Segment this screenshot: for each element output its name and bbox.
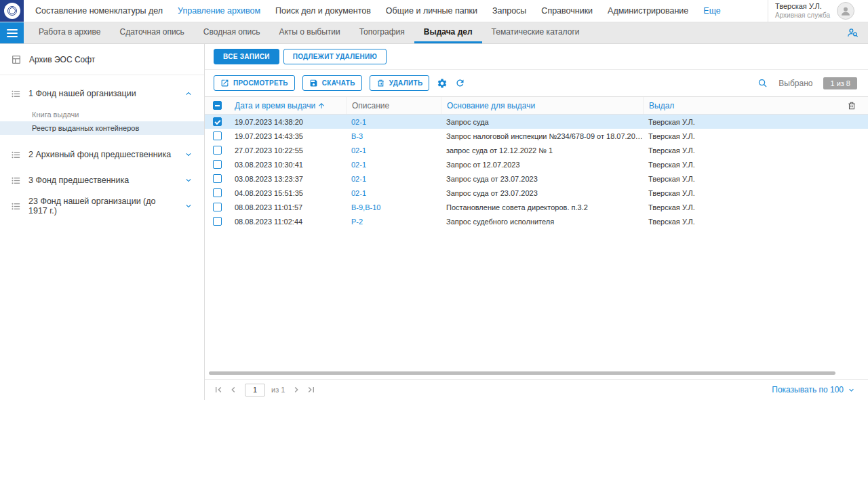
cell-description[interactable]: В-9,В-10 xyxy=(346,203,441,211)
cell-description[interactable]: 02-1 xyxy=(346,175,441,183)
row-checkbox[interactable] xyxy=(213,131,222,140)
sidebar-root-archive[interactable]: Архив ЭОС Софт xyxy=(0,44,204,75)
save-icon xyxy=(309,79,318,87)
cell-date: 19.07.2023 14:38:20 xyxy=(229,118,346,126)
cell-issued-by: Тверская У.Л. xyxy=(643,146,835,155)
column-header-reason-label: Основание для выдачи xyxy=(447,101,535,110)
cell-date: 08.08.2023 11:02:44 xyxy=(229,218,346,226)
top-nav-item-directories[interactable]: Справочники xyxy=(534,0,600,22)
top-nav-item-folders[interactable]: Общие и личные папки xyxy=(378,0,485,22)
last-page-button[interactable] xyxy=(304,384,318,395)
cell-description[interactable]: 02-1 xyxy=(346,189,441,197)
top-nav-item-administration[interactable]: Администрирование xyxy=(600,0,696,22)
person-icon xyxy=(840,5,852,17)
column-header-date[interactable]: Дата и время выдачи xyxy=(229,97,346,114)
row-checkbox[interactable] xyxy=(213,117,222,126)
delete-selected-button[interactable] xyxy=(847,101,856,110)
tree-node-fund-3[interactable]: 3 Фонд предшественника xyxy=(0,167,204,193)
tree-node-fund-23[interactable]: 23 Фонд нашей организации (до 1917 г.) xyxy=(0,193,204,219)
horizontal-scrollbar xyxy=(205,371,868,379)
selected-label: Выбрано xyxy=(778,79,812,88)
page-size-selector[interactable]: Показывать по 100 xyxy=(772,385,856,394)
list-icon xyxy=(11,201,21,211)
user-search-button[interactable] xyxy=(847,22,868,43)
select-all-checkbox[interactable] xyxy=(213,101,222,110)
column-header-issued-by-label: Выдал xyxy=(649,101,674,110)
row-checkbox[interactable] xyxy=(213,146,222,155)
cell-date: 27.07.2023 10:22:55 xyxy=(229,146,346,155)
tree-child-issue-book[interactable]: Книга выдачи xyxy=(0,108,204,121)
table-row[interactable]: 03.08.2023 10:30:41 02-1 Запрос от 12.07… xyxy=(205,157,868,171)
app-window: Составление номенклатуры дел Управление … xyxy=(0,0,868,400)
row-checkbox[interactable] xyxy=(213,174,222,183)
view-tabs: ВСЕ ЗАПИСИ ПОДЛЕЖИТ УДАЛЕНИЮ xyxy=(205,44,868,70)
tab-archive-work[interactable]: Работа в архиве xyxy=(29,22,110,43)
table-row[interactable]: 19.07.2023 14:38:20 02-1 Запрос суда Тве… xyxy=(205,115,868,129)
cell-description[interactable]: 02-1 xyxy=(346,146,441,155)
row-checkbox[interactable] xyxy=(213,217,222,226)
view-tab-all-records[interactable]: ВСЕ ЗАПИСИ xyxy=(214,49,279,64)
table-row[interactable]: 08.08.2023 11:02:44 Р-2 Запрос судебного… xyxy=(205,214,868,228)
refresh-icon xyxy=(455,78,465,88)
tab-case-issue[interactable]: Выдача дел xyxy=(414,22,482,43)
chevron-down-icon[interactable] xyxy=(184,201,193,211)
row-checkbox-cell xyxy=(205,160,229,169)
app-logo[interactable] xyxy=(0,0,24,22)
column-header-reason[interactable]: Основание для выдачи xyxy=(441,97,643,114)
menu-hamburger-icon[interactable] xyxy=(0,22,24,43)
table-row[interactable]: 27.07.2023 10:22:55 02-1 запрос суда от … xyxy=(205,143,868,157)
user-avatar[interactable] xyxy=(837,2,854,20)
settings-button[interactable] xyxy=(437,78,448,89)
row-checkbox[interactable] xyxy=(213,188,222,197)
next-page-button[interactable] xyxy=(290,384,303,395)
top-nav-item-archive-management[interactable]: Управление архивом xyxy=(170,0,268,22)
table-row[interactable]: 04.08.2023 15:51:35 02-1 Запрос суда от … xyxy=(205,186,868,200)
main-content: ВСЕ ЗАПИСИ ПОДЛЕЖИТ УДАЛЕНИЮ ПРОСМОТРЕТЬ… xyxy=(205,44,868,400)
top-nav-item-requests[interactable]: Запросы xyxy=(485,0,534,22)
user-block[interactable]: Тверская У.Л. Архивная служба xyxy=(768,0,868,22)
previous-page-button[interactable] xyxy=(226,384,240,395)
download-button[interactable]: СКАЧАТЬ xyxy=(302,75,362,91)
cell-issued-by: Тверская У.Л. xyxy=(643,203,835,211)
row-checkbox[interactable] xyxy=(213,203,222,211)
chevron-down-icon[interactable] xyxy=(184,150,193,159)
table-row[interactable]: 03.08.2023 13:23:37 02-1 Запрос суда от … xyxy=(205,171,868,186)
refresh-button[interactable] xyxy=(455,78,465,88)
tab-thematic-catalogs[interactable]: Тематические каталоги xyxy=(482,22,589,43)
tab-transfer-inventory[interactable]: Сдаточная опись xyxy=(110,22,193,43)
cell-description[interactable]: 02-1 xyxy=(346,118,441,126)
view-tab-to-delete[interactable]: ПОДЛЕЖИТ УДАЛЕНИЮ xyxy=(283,49,387,64)
table-row[interactable]: 08.08.2023 11:01:57 В-9,В-10 Постановлен… xyxy=(205,200,868,214)
tree-child-container-registry[interactable]: Реестр выданных контейнеров xyxy=(0,121,204,135)
cell-description[interactable]: Р-2 xyxy=(346,218,441,226)
header-trash-cell xyxy=(835,97,868,114)
view-button[interactable]: ПРОСМОТРЕТЬ xyxy=(214,75,295,91)
page-number-input[interactable] xyxy=(245,384,265,396)
row-checkbox-cell xyxy=(205,117,229,126)
first-page-button[interactable] xyxy=(212,384,225,395)
cell-description[interactable]: В-3 xyxy=(346,132,441,140)
column-header-issued-by[interactable]: Выдал xyxy=(643,97,835,114)
column-header-description[interactable]: Описание xyxy=(346,97,441,114)
horizontal-scrollbar-thumb[interactable] xyxy=(209,371,835,375)
delete-button[interactable]: УДАЛИТЬ xyxy=(370,75,430,91)
chevron-up-icon[interactable] xyxy=(184,89,193,98)
cell-description[interactable]: 02-1 xyxy=(346,161,441,169)
tab-topography[interactable]: Топография xyxy=(350,22,414,43)
row-checkbox-cell xyxy=(205,188,229,197)
table-row[interactable]: 19.07.2023 14:43:35 В-3 Запрос налоговой… xyxy=(205,129,868,143)
top-nav: Составление номенклатуры дел Управление … xyxy=(24,0,728,22)
cell-reason: Запрос суда от 23.07.2023 xyxy=(441,175,643,183)
row-checkbox-cell xyxy=(205,217,229,226)
search-button[interactable] xyxy=(757,78,768,88)
tree-node-fund-2[interactable]: 2 Архивный фонд предшественника xyxy=(0,142,204,167)
chevron-down-icon[interactable] xyxy=(184,176,193,185)
column-header-description-label: Описание xyxy=(352,101,389,110)
top-nav-item-nomenclature[interactable]: Составление номенклатуры дел xyxy=(28,0,170,22)
tab-summary-inventory[interactable]: Сводная опись xyxy=(194,22,270,43)
tab-disposal-acts[interactable]: Акты о выбытии xyxy=(269,22,349,43)
tree-node-fund-1[interactable]: 1 Фонд нашей организации xyxy=(0,81,204,106)
top-nav-item-search[interactable]: Поиск дел и документов xyxy=(268,0,378,22)
top-nav-item-more[interactable]: Еще xyxy=(696,0,728,22)
row-checkbox[interactable] xyxy=(213,160,222,169)
